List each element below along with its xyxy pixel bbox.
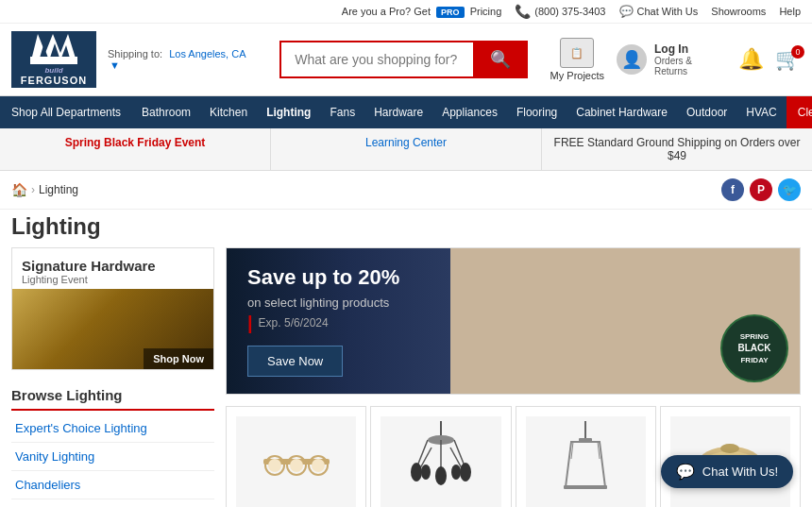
nav-fans[interactable]: Fans — [320, 96, 364, 128]
sidebar: Signature Hardware Lighting Event Shop N… — [11, 247, 214, 507]
promo-banner: Save up to 20% on select lighting produc… — [226, 247, 801, 395]
chandelier-image — [381, 416, 500, 507]
user-avatar: 👤 — [617, 44, 647, 75]
shipping-city-link[interactable]: Los Angeles, CA — [169, 48, 245, 59]
chat-link[interactable]: 💬 Chat With Us — [619, 5, 699, 18]
chat-widget[interactable]: 💬 Chat With Us! — [661, 455, 793, 488]
twitter-icon[interactable]: 🐦 — [778, 178, 801, 201]
chat-widget-label: Chat With Us! — [702, 465, 778, 479]
breadcrumb-sep: › — [31, 183, 35, 196]
svg-point-17 — [411, 463, 422, 482]
svg-rect-2 — [30, 57, 77, 64]
sidebar-item-experts-choice[interactable]: Expert's Choice Lighting — [11, 414, 214, 443]
banner-learning[interactable]: Learning Center — [271, 128, 542, 170]
svg-rect-24 — [564, 485, 607, 489]
nav-appliances[interactable]: Appliances — [432, 96, 507, 128]
spring-black-friday-badge: SPRING BLACK FRIDAY — [720, 314, 788, 382]
breadcrumb: 🏠 › Lighting — [11, 182, 721, 197]
logo-build: build — [44, 66, 62, 75]
svg-point-7 — [290, 459, 303, 472]
sidebar-item-chandeliers[interactable]: Chandeliers — [11, 471, 214, 499]
promo-sub: on select lighting products — [247, 296, 430, 310]
nav-flooring[interactable]: Flooring — [507, 96, 567, 128]
cart-button[interactable]: 🛒 0 — [775, 47, 801, 72]
sidebar-promo-sub: Lighting Event — [22, 274, 204, 285]
svg-point-20 — [421, 465, 431, 480]
user-menu[interactable]: 👤 Log In Orders & Returns — [617, 42, 727, 76]
my-projects-icon: 📋 — [560, 38, 594, 68]
phone-number[interactable]: 📞 (800) 375-3403 — [515, 4, 605, 19]
pendant-image — [526, 416, 646, 507]
product-card-vanity[interactable]: Vanity Lighting — [226, 406, 366, 507]
search-button[interactable]: 🔍 — [473, 41, 528, 78]
svg-point-9 — [312, 459, 325, 472]
product-card-chandeliers[interactable]: Chandeliers — [370, 406, 511, 507]
pinterest-icon[interactable]: P — [750, 178, 772, 201]
sidebar-promo[interactable]: Signature Hardware Lighting Event Shop N… — [11, 247, 214, 370]
svg-point-5 — [268, 459, 281, 472]
login-label[interactable]: Log In — [654, 42, 727, 56]
help-link[interactable]: Help — [779, 6, 801, 17]
nav-clearance[interactable]: Clearance — [787, 96, 812, 128]
pro-badge[interactable]: PRO — [436, 7, 465, 18]
sidebar-promo-title: Signature Hardware — [22, 258, 204, 274]
shipping-label: Shipping to: Los Angeles, CA ▼ — [108, 48, 259, 71]
chat-widget-icon: 💬 — [676, 463, 695, 481]
svg-point-18 — [435, 466, 447, 485]
vanity-image — [236, 416, 356, 507]
nav-lighting[interactable]: Lighting — [257, 96, 320, 128]
orders-returns-label[interactable]: Orders & Returns — [654, 56, 727, 76]
social-share: f P 🐦 — [721, 178, 801, 201]
cart-count: 0 — [791, 45, 804, 59]
notifications-button[interactable]: 🔔 — [738, 47, 764, 72]
breadcrumb-home[interactable]: 🏠 — [11, 182, 27, 197]
breadcrumb-current: Lighting — [39, 183, 78, 196]
nav-kitchen[interactable]: Kitchen — [200, 96, 257, 128]
logo[interactable]: build FERGUSON — [11, 31, 96, 88]
product-card-pendant[interactable]: Pendant Lighting — [516, 406, 656, 507]
shop-now-overlay[interactable]: Shop Now — [144, 348, 213, 369]
my-projects-label[interactable]: My Projects — [550, 70, 604, 81]
page-title: Lighting — [11, 213, 801, 240]
nav-hvac[interactable]: HVAC — [736, 96, 786, 128]
nav-cabinet[interactable]: Cabinet Hardware — [567, 96, 677, 128]
promo-exp: | Exp. 5/6/2024 — [247, 313, 430, 332]
promo-title: Save up to 20% — [247, 265, 430, 290]
svg-point-29 — [720, 444, 739, 453]
nav-shop-all[interactable]: Shop All Departments — [0, 96, 132, 128]
logo-name: FERGUSON — [21, 75, 87, 86]
banner-bar: Spring Black Friday Event Learning Cente… — [0, 128, 812, 171]
browse-lighting-title: Browse Lighting — [11, 380, 214, 411]
sidebar-item-pendant[interactable]: Pendant Lighting — [11, 499, 214, 507]
banner-shipping[interactable]: FREE Standard Ground Shipping on Orders … — [542, 128, 812, 170]
facebook-icon[interactable]: f — [721, 178, 744, 201]
svg-point-19 — [460, 463, 471, 482]
sidebar-item-vanity[interactable]: Vanity Lighting — [11, 443, 214, 471]
pro-text: Are you a Pro? Get PRO Pricing — [342, 6, 501, 17]
save-now-button[interactable]: Save Now — [247, 346, 343, 377]
showrooms-link[interactable]: Showrooms — [711, 6, 766, 17]
main-nav: Shop All Departments Bathroom Kitchen Li… — [0, 96, 812, 128]
nav-bathroom[interactable]: Bathroom — [132, 96, 200, 128]
banner-spring[interactable]: Spring Black Friday Event — [0, 128, 271, 170]
nav-hardware[interactable]: Hardware — [364, 96, 432, 128]
svg-point-21 — [451, 465, 461, 480]
nav-outdoor[interactable]: Outdoor — [677, 96, 736, 128]
search-input[interactable] — [279, 41, 473, 78]
